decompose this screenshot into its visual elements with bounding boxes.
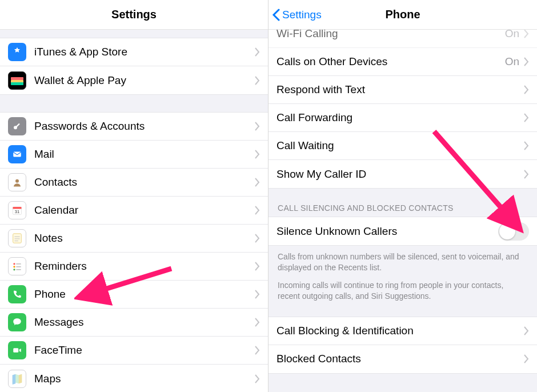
row-phone[interactable]: Phone [0,281,268,309]
section-header-silencing: CALL SILENCING AND BLOCKED CONTACTS [268,189,537,217]
wallet-icon [8,71,26,90]
back-label: Settings [282,9,322,21]
row-label: Notes [34,232,255,245]
chevron-right-icon [255,290,260,299]
messages-icon [8,313,26,331]
settings-content[interactable]: iTunes & App Store Wallet & Apple Pay Pa… [0,30,268,392]
row-notes[interactable]: Notes [0,225,268,253]
row-label: Show My Caller ID [276,168,524,181]
reminders-icon [8,257,26,275]
row-call-forwarding[interactable]: Call Forwarding [268,104,537,132]
svg-rect-7 [13,234,22,243]
phone-group-calls: Wi-Fi Calling On Calls on Other Devices … [268,30,537,189]
row-label: Reminders [34,260,255,273]
row-value: On [505,55,519,68]
row-label: Messages [34,316,255,329]
phone-content[interactable]: Wi-Fi Calling On Calls on Other Devices … [268,30,537,392]
group-silencing: Silence Unknown Callers [268,217,537,246]
phone-settings-pane: Settings Phone Wi-Fi Calling On Calls on… [268,0,537,392]
svg-rect-5 [13,207,22,209]
row-facetime[interactable]: FaceTime [0,337,268,365]
settings-group-accounts: iTunes & App Store Wallet & Apple Pay [0,38,268,95]
svg-rect-14 [16,266,21,267]
back-button[interactable]: Settings [272,9,322,21]
row-passwords[interactable]: Passwords & Accounts [0,113,268,141]
row-blocked-contacts[interactable]: Blocked Contacts [268,345,537,373]
chevron-right-icon [524,30,529,38]
appstore-icon [8,43,26,61]
settings-title: Settings [111,8,157,21]
section-footer-silencing: Calls from unknown numbers will be silen… [268,246,537,310]
row-reminders[interactable]: Reminders [0,253,268,281]
mail-icon [8,145,26,163]
row-label: Call Blocking & Identification [276,325,524,337]
svg-rect-17 [13,348,18,353]
svg-rect-2 [13,152,21,157]
row-label: Wi-Fi Calling [276,30,505,40]
row-label: Silence Unknown Callers [276,225,498,238]
phone-icon [8,285,26,303]
toggle-handle [499,223,515,239]
chevron-right-icon [524,170,529,179]
svg-rect-1 [16,123,20,127]
settings-group-apps: Passwords & Accounts Mail Contacts 31 Ca… [0,112,268,392]
chevron-right-icon [255,76,260,85]
row-wifi-calling[interactable]: Wi-Fi Calling On [268,30,537,48]
key-icon [8,117,26,135]
footer-line1: Calls from unknown numbers will be silen… [278,251,528,273]
chevron-right-icon [255,374,260,383]
row-label: Maps [34,373,255,385]
chevron-right-icon [524,85,529,94]
row-label: Calendar [34,204,255,217]
maps-icon [8,370,26,388]
row-label: Call Forwarding [276,111,524,124]
row-show-caller-id[interactable]: Show My Caller ID [268,160,537,188]
row-calls-other-devices[interactable]: Calls on Other Devices On [268,48,537,76]
row-contacts[interactable]: Contacts [0,169,268,197]
phone-header: Settings Phone [268,0,537,30]
row-label: iTunes & App Store [34,46,255,58]
silence-unknown-toggle[interactable] [498,222,529,241]
row-wallet[interactable]: Wallet & Apple Pay [0,66,268,94]
svg-point-15 [13,269,15,270]
settings-header: Settings [0,0,268,30]
row-label: FaceTime [34,344,255,357]
chevron-right-icon [255,262,260,271]
svg-point-3 [15,179,19,183]
chevron-right-icon [255,122,260,131]
row-messages[interactable]: Messages [0,309,268,337]
row-calendar[interactable]: 31 Calendar [0,197,268,225]
phone-title: Phone [385,8,420,21]
chevron-right-icon [524,57,529,66]
row-maps[interactable]: Maps [0,365,268,392]
row-label: Blocked Contacts [276,353,524,365]
row-value: On [505,30,519,40]
chevron-right-icon [524,113,529,122]
chevron-right-icon [255,47,260,57]
svg-point-11 [13,263,15,265]
row-respond-text[interactable]: Respond with Text [268,76,537,104]
row-mail[interactable]: Mail [0,141,268,169]
calendar-icon: 31 [8,201,26,219]
row-label: Calls on Other Devices [276,55,505,68]
chevron-right-icon [255,206,260,215]
row-call-blocking[interactable]: Call Blocking & Identification [268,317,537,345]
row-call-waiting[interactable]: Call Waiting [268,132,537,160]
facetime-icon [8,341,26,359]
chevron-right-icon [255,150,260,159]
chevron-right-icon [255,234,260,243]
row-label: Respond with Text [276,83,524,96]
chevron-right-icon [255,318,260,327]
contacts-icon [8,173,26,191]
group-blocking: Call Blocking & Identification Blocked C… [268,317,537,374]
row-itunes-appstore[interactable]: iTunes & App Store [0,38,268,66]
row-label: Phone [34,288,255,301]
row-label: Wallet & Apple Pay [34,74,255,87]
chevron-right-icon [255,346,260,355]
row-silence-unknown[interactable]: Silence Unknown Callers [268,217,537,245]
footer-line2: Incoming calls will continue to ring fro… [278,280,528,302]
row-label: Mail [34,148,255,161]
svg-rect-16 [16,269,21,270]
chevron-right-icon [524,141,529,150]
svg-rect-12 [16,263,21,265]
